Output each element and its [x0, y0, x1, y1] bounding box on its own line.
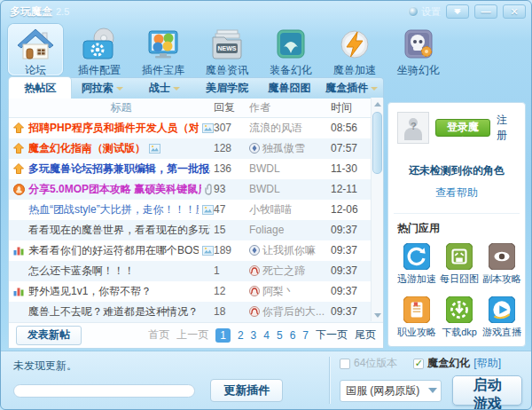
minimize-button[interactable]: — — [474, 4, 497, 19]
scroll-down-button[interactable] — [372, 309, 384, 321]
hot-app-zhibo[interactable]: 游戏直播 — [482, 296, 521, 339]
page-prev[interactable]: 上一页 — [176, 327, 208, 343]
close-button[interactable]: ✕ — [503, 4, 526, 19]
help-link[interactable]: 查看帮助 — [397, 185, 516, 201]
post-replies: 128 — [214, 142, 249, 154]
page-next[interactable]: 下一页 — [316, 327, 348, 343]
forum-post-row[interactable]: 招聘PHP程序员和插件开发人员（对魔兽世界有激情... 307 流浪的风语 08… — [9, 118, 383, 138]
pin-icon — [9, 122, 28, 133]
forum-post-row[interactable]: 热血“团战style”大比拼，走你！！！魔兽世界PK军团... 47 小牧喵喵 … — [9, 200, 383, 220]
page-number-1[interactable]: 1 — [215, 328, 231, 343]
page-last[interactable]: 尾页 — [355, 327, 376, 343]
checkbox-64bit-label[interactable]: 64位版本 — [354, 356, 397, 371]
server-select[interactable]: 国服 (网易原版) — [340, 380, 442, 402]
arrow-down-icon — [374, 313, 381, 318]
post-title[interactable]: 分享5.0MOP团本攻略 赢硕美科键鼠周边（更新第... — [28, 182, 201, 197]
forum-post-row[interactable]: 来看看你们的好运符都用在哪个BOSS身上了 189 让我抓你嘛 09:37 — [9, 240, 383, 261]
checkbox-64bit[interactable] — [340, 359, 350, 369]
post-title[interactable]: 怎么还卡蓝条啊！！！ — [28, 264, 135, 279]
toolbar-item-forum[interactable]: 论坛 — [8, 24, 63, 75]
forum-post-row[interactable]: 分享5.0MOP团本攻略 赢硕美科键鼠周边（更新第... 93 BWDL 12-… — [9, 179, 383, 200]
toolbar-item-config[interactable]: 插件配置 — [72, 24, 127, 75]
forum-post-row[interactable]: 多玩魔兽论坛招募兼职编辑，第一批报名结束，正... 136 BWDL 11-30 — [9, 159, 383, 179]
svg-text:NEWS: NEWS — [218, 45, 237, 51]
window-title: 多玩魔盒 — [10, 4, 52, 20]
post-author[interactable]: 让我抓你嘛 — [249, 243, 331, 258]
page-number-6[interactable]: 6 — [290, 329, 296, 342]
toolbar-item-news[interactable]: NEWS 魔兽资讯 — [200, 24, 254, 75]
page-number-5[interactable]: 5 — [277, 329, 283, 342]
post-title[interactable]: 多玩魔兽论坛招募兼职编辑，第一批报名结束，正... — [28, 162, 210, 177]
post-author[interactable]: Foliage — [249, 224, 331, 236]
eye-icon — [482, 243, 521, 270]
post-author[interactable]: 小牧喵喵 — [249, 202, 331, 217]
post-title[interactable]: 招聘PHP程序员和插件开发人员（对魔兽世界有激情... — [28, 121, 199, 136]
jiong-face-icon — [440, 243, 479, 270]
hot-app-xunyou[interactable]: 迅游加速 — [397, 243, 436, 286]
checkbox-transmog[interactable]: ✓ — [413, 359, 424, 369]
pin-icon — [9, 163, 28, 174]
page-first[interactable]: 首页 — [148, 327, 169, 343]
hot-app-fuben[interactable]: 副本攻略 — [482, 243, 521, 286]
forum-post-row[interactable]: 魔兽上不去呢？难道都是这种情况？ 18 你背后的大... 09:37 — [9, 302, 383, 322]
post-author[interactable]: BWDL — [249, 183, 331, 195]
post-author[interactable]: 阿梨丶 — [249, 284, 331, 299]
scrollbar-thumb[interactable] — [372, 112, 382, 174]
main-toolbar: 论坛 插件配置 插件宝库 NEWS 魔兽资讯 装备幻化 魔兽加速 坐骑幻化 — [8, 24, 446, 75]
forum-post-row[interactable]: 魔盒幻化指南（测试版） 128 独孤傲雪 07:57 — [9, 138, 383, 159]
hot-app-jiong[interactable]: 每日囧图 — [440, 243, 479, 286]
hot-app-dkp[interactable]: 下载dkp — [440, 296, 479, 339]
toolbar-item-mount[interactable]: 坐骑幻化 — [391, 24, 446, 75]
transmog-help-link[interactable]: [帮助] — [473, 356, 501, 371]
page-number-4[interactable]: 4 — [263, 329, 270, 342]
page-number-3[interactable]: 3 — [251, 329, 257, 342]
forum-post-row[interactable]: 怎么还卡蓝条啊！！！ 1 死亡之蹄 09:37 — [9, 261, 383, 281]
toolbar-item-speedup[interactable]: 魔兽加速 — [327, 24, 382, 75]
page-number-7[interactable]: 7 — [302, 329, 309, 342]
post-time: 12-11 — [331, 183, 370, 195]
new-post-button[interactable]: 发表新帖 — [16, 326, 82, 345]
img-attachment-icon — [202, 246, 214, 256]
tab-server[interactable]: 阿拉索 — [71, 77, 133, 99]
post-title[interactable]: 野外遇见1v1，你帮不帮？ — [28, 284, 152, 299]
horde-faction-icon — [249, 265, 260, 276]
settings-button[interactable]: 设置 — [408, 5, 441, 19]
img-attachment-icon — [149, 144, 160, 154]
tab-meimei[interactable]: 美眉学院 — [196, 77, 258, 99]
post-author[interactable]: 独孤傲雪 — [249, 141, 331, 156]
post-title[interactable]: 看看现在的魔兽世界，看看现在的多玩论坛，忽然想起... — [28, 223, 210, 238]
minimize-icon: — — [481, 6, 491, 17]
post-title[interactable]: 来看看你们的好运符都用在哪个BOSS身上了 — [28, 243, 199, 258]
news-icon: NEWS — [207, 27, 246, 62]
launch-game-button[interactable]: 启动游戏 — [452, 375, 522, 406]
tab-hot[interactable]: 热帖区 — [9, 77, 71, 99]
post-title[interactable]: 魔兽上不去呢？难道都是这种情况？ — [28, 304, 199, 319]
page-number-2[interactable]: 2 — [238, 329, 244, 342]
post-title[interactable]: 魔盒幻化指南（测试版） — [28, 141, 145, 156]
toolbar-item-transmog[interactable]: 装备幻化 — [263, 24, 318, 75]
hot-app-label: 下载dkp — [440, 326, 479, 339]
post-title[interactable]: 热血“团战style”大比拼，走你！！！魔兽世界PK军团... — [28, 202, 199, 217]
toolbar-item-label: 插件配置 — [78, 63, 121, 78]
hot-app-zhiye[interactable]: 职业攻略 — [397, 296, 436, 339]
login-button[interactable]: 登录魔盒 — [435, 119, 490, 137]
register-link[interactable]: 注册 — [497, 113, 516, 143]
post-author[interactable]: BWDL — [249, 162, 331, 175]
post-replies: 136 — [214, 162, 249, 175]
post-author[interactable]: 你背后的大... — [249, 304, 331, 319]
play-icon — [482, 296, 521, 323]
post-author[interactable]: 流浪的风语 — [249, 121, 331, 136]
tab-jiongtu[interactable]: 魔兽囧图 — [258, 77, 320, 99]
update-plugins-button[interactable]: 更新插件 — [210, 379, 283, 402]
tab-class[interactable]: 战士 — [134, 77, 196, 99]
forum-post-row[interactable]: 野外遇见1v1，你帮不帮？ 12 阿梨丶 09:37 — [9, 281, 383, 302]
skin-menu-button[interactable] — [446, 4, 469, 19]
toolbar-item-treasury[interactable]: 插件宝库 — [136, 24, 191, 75]
forum-post-row[interactable]: 看看现在的魔兽世界，看看现在的多玩论坛，忽然想起... 15 Foliage 0… — [9, 220, 383, 240]
post-list: 招聘PHP程序员和插件开发人员（对魔兽世界有激情... 307 流浪的风语 08… — [9, 118, 383, 322]
scroll-up-button[interactable] — [372, 98, 384, 110]
checkbox-transmog-label[interactable]: 魔盒幻化 — [427, 356, 470, 371]
tab-plugins[interactable]: 魔盒插件 — [321, 77, 383, 99]
post-author[interactable]: 死亡之蹄 — [249, 264, 331, 279]
scrollbar[interactable] — [371, 98, 383, 321]
